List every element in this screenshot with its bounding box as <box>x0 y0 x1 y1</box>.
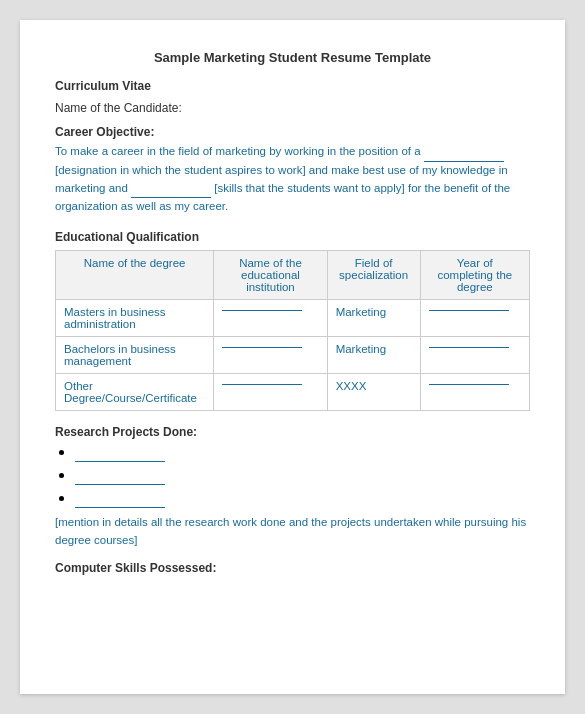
resume-page: Sample Marketing Student Resume Template… <box>20 20 565 694</box>
row1-year <box>420 300 529 337</box>
research-label: Research Projects Done: <box>55 425 530 439</box>
name-label: Name of the Candidate: <box>55 101 530 115</box>
row1-field: Marketing <box>327 300 420 337</box>
row2-institution <box>214 337 327 374</box>
cv-label: Curriculum Vitae <box>55 79 530 93</box>
objective-text: To make a career in the field of marketi… <box>55 143 530 216</box>
row1-institution <box>214 300 327 337</box>
row2-field: Marketing <box>327 337 420 374</box>
table-row: Bachelors in business management Marketi… <box>56 337 530 374</box>
row3-institution <box>214 374 327 411</box>
research-note: [mention in details all the research wor… <box>55 514 530 549</box>
career-objective-label: Career Objective: <box>55 125 530 139</box>
col-degree: Name of the degree <box>56 251 214 300</box>
list-item <box>75 466 530 485</box>
computer-skills-label: Computer Skills Possessed: <box>55 561 530 575</box>
obj-blank-2 <box>131 180 211 199</box>
col-field: Field of specialization <box>327 251 420 300</box>
row1-degree: Masters in business administration <box>56 300 214 337</box>
obj-blank-1 <box>424 143 504 162</box>
edu-table: Name of the degree Name of the education… <box>55 250 530 411</box>
page-title: Sample Marketing Student Resume Template <box>55 50 530 65</box>
row2-degree: Bachelors in business management <box>56 337 214 374</box>
obj-text-1: To make a career in the field of marketi… <box>55 145 424 157</box>
col-institution: Name of the educational institution <box>214 251 327 300</box>
row3-degree: Other Degree/Course/Certificate <box>56 374 214 411</box>
edu-label: Educational Qualification <box>55 230 530 244</box>
table-row: Masters in business administration Marke… <box>56 300 530 337</box>
bullet-list <box>55 443 530 508</box>
list-item <box>75 443 530 462</box>
bullet-blank-2 <box>75 466 165 485</box>
research-section: Research Projects Done: [mention in deta… <box>55 425 530 549</box>
list-item <box>75 489 530 508</box>
row2-year <box>420 337 529 374</box>
bullet-blank-3 <box>75 489 165 508</box>
table-row: Other Degree/Course/Certificate XXXX <box>56 374 530 411</box>
col-year: Year of completing the degree <box>420 251 529 300</box>
row3-year <box>420 374 529 411</box>
row3-field: XXXX <box>327 374 420 411</box>
bullet-blank-1 <box>75 443 165 462</box>
